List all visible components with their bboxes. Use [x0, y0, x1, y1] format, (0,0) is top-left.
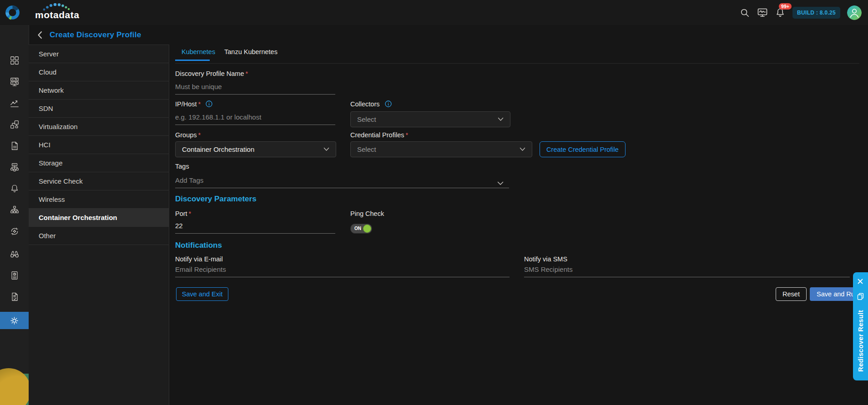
collectors-select-value: Select — [357, 115, 498, 123]
port-input[interactable] — [175, 222, 335, 234]
tags-chevron-down-icon[interactable] — [497, 179, 504, 187]
ip-host-input[interactable] — [175, 113, 335, 125]
tab-tanzu-kubernetes[interactable]: Tanzu Kubernetes — [224, 48, 278, 55]
groups-label-text: Groups — [175, 131, 197, 139]
ip-host-info-icon[interactable] — [206, 100, 212, 109]
sidebar-item-label: Network — [39, 86, 64, 94]
user-avatar[interactable] — [847, 5, 862, 20]
tags-input[interactable] — [175, 176, 509, 188]
copy-icon[interactable] — [857, 292, 864, 302]
performance-chart-icon[interactable] — [0, 94, 29, 112]
sidebar-item-label: Service Check — [39, 177, 83, 185]
discovery-binoculars-icon[interactable] — [0, 245, 29, 263]
servers-icon[interactable] — [0, 73, 29, 91]
document-icon[interactable] — [0, 137, 29, 155]
tab-kubernetes[interactable]: Kubernetes — [182, 48, 215, 55]
dashboard-icon[interactable] — [0, 51, 29, 70]
sidebar-item-label: Server — [39, 50, 59, 58]
settings-gear-icon[interactable] — [0, 312, 29, 329]
sidebar-item-label: SDN — [39, 105, 53, 112]
credential-profiles-label-text: Credential Profiles — [350, 131, 404, 139]
create-credential-profile-button[interactable]: Create Credential Profile — [540, 141, 626, 157]
topbar-actions: 99+ BUILD : 8.0.25 — [739, 0, 862, 25]
ip-host-label: IP/Host* — [175, 100, 212, 109]
sidebar-item-label: Other — [39, 232, 56, 240]
ping-check-toggle[interactable]: ON — [350, 224, 372, 234]
alerts-bell-icon[interactable] — [0, 180, 29, 198]
page-title: Create Discovery Profile — [50, 30, 141, 40]
toggle-knob — [363, 225, 371, 233]
credential-profiles-select-value: Select — [357, 145, 520, 153]
sidebar-item-label: Virtualization — [39, 123, 78, 130]
notification-count-badge: 99+ — [779, 3, 792, 10]
notify-email-label: Notify via E-mail — [175, 255, 223, 263]
audit-checklist-icon[interactable] — [0, 288, 29, 306]
sidebar-item-storage[interactable]: Storage — [29, 154, 169, 172]
sidebar-item-sdn[interactable]: SDN — [29, 100, 169, 118]
save-and-exit-button[interactable]: Save and Exit — [176, 287, 228, 301]
build-version-badge: BUILD : 8.0.25 — [792, 7, 840, 19]
rediscover-result-label: Rediscover Result — [853, 307, 868, 375]
sidebar-item-virtualization[interactable]: Virtualization — [29, 118, 169, 136]
hierarchy-icon[interactable] — [0, 201, 29, 219]
report-icon[interactable] — [0, 266, 29, 285]
tabs-row: Kubernetes Tanzu Kubernetes — [175, 45, 859, 64]
collectors-label-text: Collectors — [350, 100, 379, 108]
sidebar-item-label: Storage — [39, 159, 63, 167]
notifications-bell[interactable]: 99+ — [775, 7, 786, 18]
rediscover-result-panel[interactable]: Rediscover Result — [853, 272, 868, 380]
topbar: motadata 99+ B — [0, 0, 868, 25]
notifications-heading: Notifications — [175, 241, 222, 250]
chevron-down-icon — [498, 117, 504, 121]
sidebar-item-hci[interactable]: HCI — [29, 136, 169, 154]
groups-label: Groups* — [175, 131, 201, 139]
topology-icon[interactable] — [0, 115, 29, 134]
sidebar-item-wireless[interactable]: Wireless — [29, 190, 169, 209]
chevron-down-icon — [323, 147, 329, 151]
sms-recipients-input[interactable] — [524, 265, 850, 277]
app-root: motadata 99+ B — [0, 0, 868, 405]
close-icon[interactable] — [857, 278, 864, 287]
category-sidebar: Server Cloud Network SDN Virtualization … — [29, 45, 169, 405]
collectors-select[interactable]: Select — [350, 111, 510, 127]
credential-profiles-label: Credential Profiles* — [350, 131, 408, 139]
infrastructure-tree-icon[interactable] — [0, 158, 29, 176]
sidebar-item-label: Wireless — [39, 195, 65, 203]
required-marker: * — [246, 70, 248, 77]
monitor-activity-icon[interactable] — [757, 7, 768, 18]
back-chevron-icon[interactable] — [34, 30, 45, 40]
port-label: Port* — [175, 210, 191, 217]
collectors-info-icon[interactable] — [385, 100, 392, 109]
main-content: Kubernetes Tanzu Kubernetes Discovery Pr… — [169, 45, 868, 405]
sidebar-item-label: Container Orchestration — [39, 214, 117, 221]
sidebar-item-label: HCI — [39, 141, 50, 149]
icon-rail — [0, 25, 29, 405]
sidebar-item-other[interactable]: Other — [29, 227, 169, 245]
search-icon[interactable] — [739, 7, 750, 18]
profile-name-input[interactable] — [175, 83, 335, 95]
sidebar-item-network[interactable]: Network — [29, 81, 169, 100]
active-tab-underline — [175, 60, 210, 61]
required-marker: * — [198, 131, 201, 139]
required-marker: * — [198, 100, 201, 108]
required-marker: * — [189, 210, 192, 217]
logo-text: motadata — [35, 10, 79, 20]
reset-button[interactable]: Reset — [776, 287, 807, 301]
credential-profiles-select[interactable]: Select — [350, 141, 532, 157]
automation-sync-icon[interactable] — [0, 222, 29, 240]
discovery-parameters-heading: Discovery Parameters — [175, 195, 257, 204]
ip-host-label-text: IP/Host — [175, 100, 197, 108]
sidebar-item-server[interactable]: Server — [29, 45, 169, 63]
sidebar-item-label: Cloud — [39, 68, 56, 76]
sidebar-item-container-orchestration[interactable]: Container Orchestration — [29, 209, 169, 227]
page-header: Create Discovery Profile — [29, 25, 868, 45]
motadata-logo-icon[interactable] — [4, 4, 21, 21]
chevron-down-icon — [520, 147, 525, 151]
email-recipients-input[interactable] — [175, 265, 510, 277]
notify-sms-label: Notify via SMS — [524, 255, 567, 263]
sidebar-item-cloud[interactable]: Cloud — [29, 63, 169, 81]
collectors-label: Collectors — [350, 100, 392, 109]
sidebar-item-service-check[interactable]: Service Check — [29, 172, 169, 190]
groups-select[interactable]: Container Orchestration — [175, 141, 336, 157]
required-marker: * — [405, 131, 408, 139]
